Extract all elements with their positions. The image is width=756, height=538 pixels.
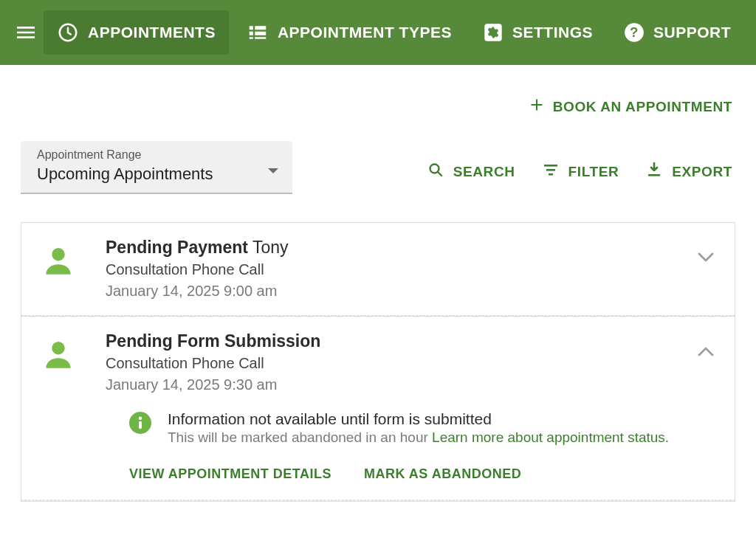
svg-rect-5	[250, 37, 253, 39]
nav-label: SUPPORT	[653, 24, 731, 41]
appointment-card-header[interactable]: Pending Form Submission Consultation Pho…	[21, 317, 735, 409]
appointments-list: Pending Payment Tony Consultation Phone …	[21, 222, 735, 502]
top-nav: APPOINTMENTS APPOINTMENT TYPES SETTINGS …	[0, 0, 756, 65]
search-label: SEARCH	[453, 164, 515, 180]
search-button[interactable]: SEARCH	[427, 161, 515, 182]
toolbar-actions: SEARCH FILTER EXPORT	[427, 161, 732, 194]
svg-text:?: ?	[630, 24, 639, 40]
appointment-type: Consultation Phone Call	[106, 353, 674, 374]
export-button[interactable]: EXPORT	[645, 161, 732, 182]
nav-support[interactable]: ? SUPPORT	[611, 10, 744, 55]
nav-appointments[interactable]: APPOINTMENTS	[44, 10, 229, 55]
view-details-button[interactable]: VIEW APPOINTMENT DETAILS	[129, 466, 331, 482]
info-title: Information not available until form is …	[168, 410, 669, 428]
range-text: Appointment Range Upcoming Appointments	[37, 148, 213, 184]
svg-rect-12	[544, 165, 557, 167]
appointment-summary: Pending Form Submission Consultation Pho…	[106, 330, 674, 396]
download-icon	[645, 161, 663, 182]
svg-point-18	[139, 417, 142, 421]
info-banner: Information not available until form is …	[129, 410, 714, 446]
info-sub-prefix: This will be marked abandoned in an hour	[168, 430, 432, 445]
appointment-type: Consultation Phone Call	[106, 259, 674, 280]
filter-row: Appointment Range Upcoming Appointments …	[21, 141, 735, 194]
appointment-title: Pending Form Submission	[106, 330, 674, 353]
appointment-expansion: Information not available until form is …	[21, 409, 735, 500]
help-icon: ?	[624, 22, 645, 43]
appointment-card: Pending Form Submission Consultation Pho…	[21, 316, 735, 500]
appointment-title: Pending Payment Tony	[106, 236, 674, 259]
clock-icon	[57, 21, 79, 44]
appointment-range-select[interactable]: Appointment Range Upcoming Appointments	[21, 141, 292, 194]
svg-point-16	[52, 248, 65, 261]
avatar-icon	[35, 236, 82, 279]
filter-label: FILTER	[568, 164, 619, 180]
avatar-icon	[35, 330, 82, 373]
svg-rect-6	[255, 37, 266, 39]
learn-more-link[interactable]: Learn more about appointment status.	[432, 430, 669, 445]
svg-rect-1	[250, 26, 253, 30]
mark-abandoned-button[interactable]: MARK AS ABANDONED	[364, 466, 521, 482]
search-icon	[427, 161, 444, 182]
appointment-status: Pending Payment	[106, 238, 248, 257]
book-label: BOOK AN APPOINTMENT	[553, 99, 732, 115]
content-area: BOOK AN APPOINTMENT Appointment Range Up…	[0, 65, 756, 502]
svg-rect-15	[648, 174, 660, 176]
nav-label: APPOINTMENTS	[88, 24, 216, 41]
menu-button[interactable]	[12, 10, 39, 55]
chevron-up-icon	[698, 330, 714, 359]
book-row: BOOK AN APPOINTMENT	[21, 83, 735, 116]
card-actions: VIEW APPOINTMENT DETAILS MARK AS ABANDON…	[129, 466, 714, 482]
info-icon	[129, 412, 151, 434]
info-text: Information not available until form is …	[168, 410, 669, 446]
appointment-status: Pending Form Submission	[106, 331, 320, 351]
hamburger-icon	[14, 21, 38, 44]
nav-appointment-types[interactable]: APPOINTMENT TYPES	[233, 10, 465, 55]
appointment-card-header[interactable]: Pending Payment Tony Consultation Phone …	[21, 223, 735, 315]
book-appointment-button[interactable]: BOOK AN APPOINTMENT	[529, 97, 732, 116]
info-subtext: This will be marked abandoned in an hour…	[168, 430, 669, 446]
svg-rect-3	[250, 32, 253, 35]
appointment-summary: Pending Payment Tony Consultation Phone …	[106, 236, 674, 302]
filter-button[interactable]: FILTER	[542, 161, 619, 182]
svg-rect-4	[255, 32, 266, 35]
appointment-datetime: January 14, 2025 9:00 am	[106, 280, 674, 302]
chevron-down-icon	[698, 236, 714, 266]
list-icon	[247, 21, 269, 44]
svg-rect-19	[139, 421, 142, 429]
range-value: Upcoming Appointments	[37, 165, 213, 184]
appointment-card: Pending Payment Tony Consultation Phone …	[21, 222, 735, 316]
filter-icon	[542, 161, 560, 182]
svg-point-17	[52, 342, 65, 355]
plus-icon	[529, 97, 544, 116]
appointment-name: Tony	[252, 238, 289, 257]
gear-icon	[483, 22, 504, 43]
nav-label: APPOINTMENT TYPES	[278, 24, 452, 41]
appointment-datetime: January 14, 2025 9:30 am	[106, 374, 674, 396]
list-divider	[21, 500, 735, 502]
range-label: Appointment Range	[37, 148, 213, 162]
export-label: EXPORT	[672, 164, 732, 180]
caret-down-icon	[267, 165, 279, 184]
svg-rect-2	[255, 26, 266, 30]
nav-label: SETTINGS	[512, 24, 593, 41]
svg-rect-13	[546, 169, 555, 171]
svg-rect-14	[549, 173, 553, 176]
nav-settings[interactable]: SETTINGS	[470, 10, 606, 55]
